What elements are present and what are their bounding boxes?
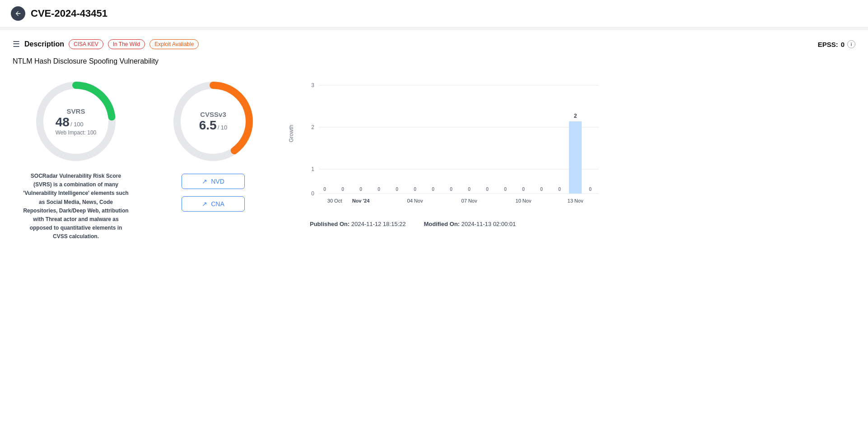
svg-text:0: 0 xyxy=(311,190,314,197)
svg-text:0: 0 xyxy=(341,187,344,192)
svg-text:0: 0 xyxy=(414,187,416,192)
svrs-label: SVRS xyxy=(56,107,97,115)
cvss-center: CVSSv3 6.5 / 10 xyxy=(199,111,228,133)
main-content: ☰ Description CISA KEV In The Wild Explo… xyxy=(0,30,868,254)
svg-text:0: 0 xyxy=(540,187,543,192)
svg-rect-40 xyxy=(569,121,582,194)
nvd-label: NVD xyxy=(211,178,224,185)
svrs-center: SVRS 48 / 100 Web Impact: 100 xyxy=(56,107,97,136)
svrs-gauge: SVRS 48 / 100 Web Impact: 100 xyxy=(31,76,121,166)
svg-text:0: 0 xyxy=(468,187,471,192)
cna-button[interactable]: ↗ CNA xyxy=(182,196,245,212)
svg-text:0: 0 xyxy=(432,187,434,192)
svrs-max: / 100 xyxy=(70,121,84,128)
chart-footer: Published On: 2024-11-12 18:15:22 Modifi… xyxy=(310,221,855,227)
epss-block: EPSS: 0 i xyxy=(818,40,855,48)
epss-value: 0 xyxy=(841,41,845,48)
modified-value: 2024-11-13 02:00:01 xyxy=(462,221,516,227)
nvd-link-icon: ↗ xyxy=(202,178,207,185)
svg-text:0: 0 xyxy=(323,187,326,192)
svg-text:30 Oct: 30 Oct xyxy=(327,198,342,203)
chart-area: 3 2 1 0 0 0 0 xyxy=(310,76,855,213)
svg-text:0: 0 xyxy=(589,187,592,192)
svg-text:0: 0 xyxy=(378,187,380,192)
bar-chart-svg: 3 2 1 0 0 0 0 xyxy=(310,76,617,212)
cna-link-icon: ↗ xyxy=(202,200,207,208)
svg-text:2: 2 xyxy=(574,113,577,119)
svg-text:0: 0 xyxy=(396,187,398,192)
svg-text:3: 3 xyxy=(311,82,314,88)
description-row: ☰ Description CISA KEV In The Wild Explo… xyxy=(13,39,855,49)
svg-text:0: 0 xyxy=(522,187,525,192)
description-label: Description xyxy=(24,40,64,48)
svg-text:10 Nov: 10 Nov xyxy=(516,198,532,203)
published-label: Published On: xyxy=(310,221,350,227)
tag-exploit-available: Exploit Avaliable xyxy=(149,39,199,49)
svg-text:0: 0 xyxy=(558,187,561,192)
svg-text:0: 0 xyxy=(504,187,507,192)
svrs-section: SVRS 48 / 100 Web Impact: 100 SOCRadar V… xyxy=(13,76,139,241)
y-axis-title: Growth xyxy=(288,125,294,143)
svrs-description: SOCRadar Vulnerability Risk Score (SVRS)… xyxy=(22,172,130,241)
description-icon: ☰ xyxy=(13,39,20,49)
cna-label: CNA xyxy=(211,200,224,208)
epss-label: EPSS: xyxy=(818,41,838,48)
svrs-sub: Web Impact: 100 xyxy=(56,129,97,136)
chart-section: Growth 3 2 1 0 xyxy=(287,76,855,227)
svg-text:13 Nov: 13 Nov xyxy=(568,198,583,203)
svg-text:0: 0 xyxy=(486,187,489,192)
content-grid: SVRS 48 / 100 Web Impact: 100 SOCRadar V… xyxy=(13,76,855,241)
cvss-value: 6.5 xyxy=(199,118,217,133)
svg-text:07 Nov: 07 Nov xyxy=(462,198,477,203)
svg-text:1: 1 xyxy=(311,166,314,172)
svg-text:04 Nov: 04 Nov xyxy=(407,198,423,203)
svrs-value: 48 xyxy=(56,115,70,129)
back-button[interactable] xyxy=(11,6,25,21)
published-value: 2024-11-12 18:15:22 xyxy=(351,221,406,227)
cvss-label: CVSSv3 xyxy=(199,111,228,118)
cvss-gauge: CVSSv3 6.5 / 10 xyxy=(168,76,258,166)
modified-block: Modified On: 2024-11-13 02:00:01 xyxy=(424,221,516,227)
tag-in-the-wild: In The Wild xyxy=(108,39,145,49)
svg-text:Nov '24: Nov '24 xyxy=(352,198,370,203)
page-title: CVE-2024-43451 xyxy=(31,8,107,19)
svg-text:0: 0 xyxy=(359,187,362,192)
page-header: CVE-2024-43451 xyxy=(0,0,868,28)
published-block: Published On: 2024-11-12 18:15:22 xyxy=(310,221,406,227)
cvss-max: / 10 xyxy=(218,124,228,131)
tag-cisa-kev: CISA KEV xyxy=(69,39,103,49)
vulnerability-title: NTLM Hash Disclosure Spoofing Vulnerabil… xyxy=(13,57,855,65)
svg-text:0: 0 xyxy=(450,187,453,192)
epss-info-icon[interactable]: i xyxy=(847,40,855,48)
nvd-button[interactable]: ↗ NVD xyxy=(182,174,245,189)
modified-label: Modified On: xyxy=(424,221,459,227)
svg-text:2: 2 xyxy=(311,124,314,130)
cvss-section: CVSSv3 6.5 / 10 ↗ NVD ↗ CNA xyxy=(150,76,276,212)
